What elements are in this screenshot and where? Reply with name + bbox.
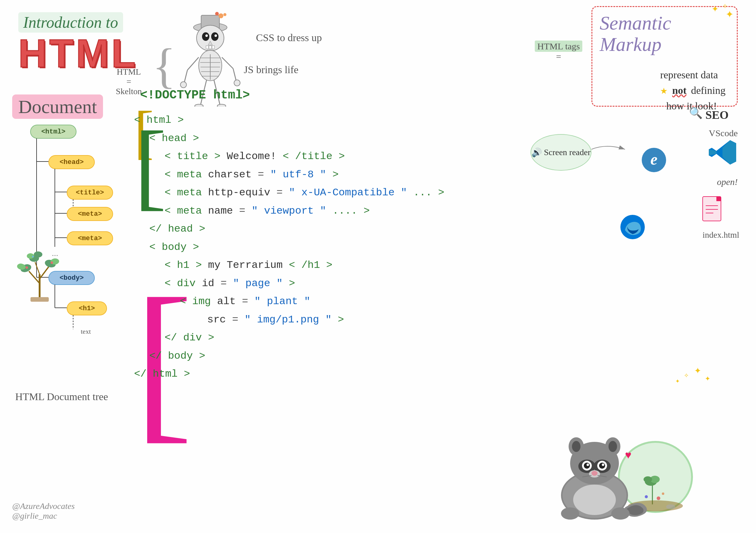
svg-point-96: [645, 495, 648, 498]
svg-text:<head>: <head>: [59, 158, 84, 166]
svg-point-6: [215, 35, 217, 37]
code-line-close-div: </ div >: [134, 329, 444, 347]
svg-rect-8: [209, 46, 211, 49]
svg-text:♥: ♥: [625, 449, 631, 461]
code-line-close-body: </ body >: [134, 347, 444, 365]
svg-line-18: [187, 57, 199, 70]
code-line-close-html: </ html >: [134, 365, 444, 383]
svg-point-31: [215, 12, 219, 15]
svg-marker-82: [722, 140, 736, 165]
svg-line-66: [40, 267, 49, 279]
svg-point-23: [234, 80, 240, 86]
svg-point-22: [180, 82, 186, 88]
svg-point-32: [223, 13, 227, 16]
svg-point-107: [572, 441, 580, 452]
code-line-head: < head >: [134, 129, 444, 148]
svg-point-113: [584, 463, 590, 469]
svg-point-77: [32, 256, 34, 257]
page: Introduction to HTML HTML = Skelton CSS …: [0, 0, 756, 533]
html-tags-label: HTML tags: [535, 40, 582, 52]
svg-point-122: [561, 507, 579, 520]
code-line-meta-name: < meta name = " viewport " .... >: [134, 202, 444, 220]
html-doc-tree-label: HTML Document tree: [15, 390, 108, 404]
girlie-mac-label: @girlie_mac: [12, 511, 75, 521]
eq-label: =: [116, 77, 142, 87]
represent-label: represent data: [660, 67, 725, 83]
code-line-html: < html >: [134, 111, 444, 129]
svg-line-20: [222, 57, 233, 68]
azure-advocates-label: @AzureAdvocates: [12, 501, 75, 511]
code-line-title: < title > Welcome! < /title >: [134, 147, 444, 166]
screen-reader-label: Screen reader: [544, 147, 590, 157]
svg-point-108: [608, 441, 617, 452]
svg-text:<html>: <html>: [41, 128, 65, 136]
svg-point-4: [211, 32, 219, 41]
sparkle-icon-4: ✦: [675, 378, 680, 385]
svg-point-75: [26, 266, 28, 269]
vscode-icon: [707, 137, 738, 169]
code-line-body: < body >: [134, 238, 444, 256]
seo-label: SEO: [705, 108, 729, 121]
svg-rect-7: [206, 46, 208, 49]
semantic-title-line1: Semantic: [600, 12, 671, 34]
svg-point-95: [657, 496, 660, 500]
svg-text:<meta>: <meta>: [78, 210, 102, 218]
code-block: < html > < head > < title > Welcome! < /…: [134, 90, 444, 383]
svg-line-67: [35, 262, 40, 274]
svg-text:e: e: [650, 150, 657, 168]
svg-point-5: [205, 35, 208, 37]
svg-point-94: [644, 476, 652, 482]
star-icon-3: ✦: [725, 9, 734, 20]
svg-text:<meta>: <meta>: [78, 235, 102, 242]
html-tags-eq: HTML tags =: [535, 41, 582, 62]
css-label: CSS to dress up: [256, 31, 322, 45]
code-line-h1: < h1 > my Terrarium < /h1 >: [134, 256, 444, 275]
svg-point-115: [586, 464, 589, 466]
html-label: HTML: [116, 67, 142, 77]
screen-reader-arrow: [588, 140, 628, 158]
svg-point-97: [662, 493, 664, 495]
svg-point-99: [666, 504, 675, 509]
not-label: not: [672, 85, 687, 96]
sparkle-icon-3: ✦: [705, 375, 710, 383]
code-line-meta-charset: < meta charset = " utf-8 " >: [134, 166, 444, 184]
svg-point-3: [202, 32, 209, 41]
svg-point-76: [51, 261, 53, 264]
code-line-meta-http: < meta http-equiv = " x-UA-Compatible " …: [134, 184, 444, 202]
svg-point-114: [599, 463, 605, 469]
svg-text:<h1>: <h1>: [79, 305, 95, 312]
semantic-title-line2: Markup: [600, 34, 662, 55]
defining-label: defining: [691, 85, 725, 96]
plant-illustration: [12, 238, 67, 305]
watermark: @AzureAdvocates @girlie_mac: [12, 501, 75, 521]
svg-marker-85: [716, 197, 721, 201]
ie-icon: e: [640, 146, 668, 180]
svg-line-19: [184, 70, 187, 82]
sparkle-icon-2: ✧: [684, 372, 689, 379]
semantic-title: Semantic Markup: [600, 13, 729, 55]
svg-point-118: [591, 471, 598, 476]
svg-rect-63: [31, 297, 49, 302]
document-title: Document: [12, 96, 103, 118]
svg-point-116: [602, 464, 604, 466]
screen-reader-bubble: 🔊 Screen reader: [530, 134, 591, 171]
sparkle-icon-1: ✦: [694, 366, 701, 376]
svg-text:<title>: <title>: [76, 189, 104, 197]
svg-line-21: [233, 68, 236, 81]
vscode-label: VScode: [709, 128, 738, 138]
code-line-div: < div id = " page " >: [134, 275, 444, 293]
svg-point-30: [219, 13, 223, 18]
svg-line-65: [29, 271, 40, 283]
code-line-close-head: </ head >: [134, 220, 444, 238]
svg-point-123: [611, 507, 630, 520]
code-line-img-alt: < img alt = " plant ": [134, 293, 444, 311]
svg-text:text: text: [81, 328, 91, 335]
index-html-label: index.html: [702, 230, 739, 240]
open-label: open!: [717, 177, 738, 187]
title-intro: Introduction to: [18, 12, 123, 33]
svg-point-103: [573, 485, 616, 515]
eq-sign: =: [535, 51, 582, 62]
raccoon-area: ♥: [533, 410, 701, 524]
edge-icon: [619, 213, 646, 247]
file-icon: [701, 195, 725, 227]
